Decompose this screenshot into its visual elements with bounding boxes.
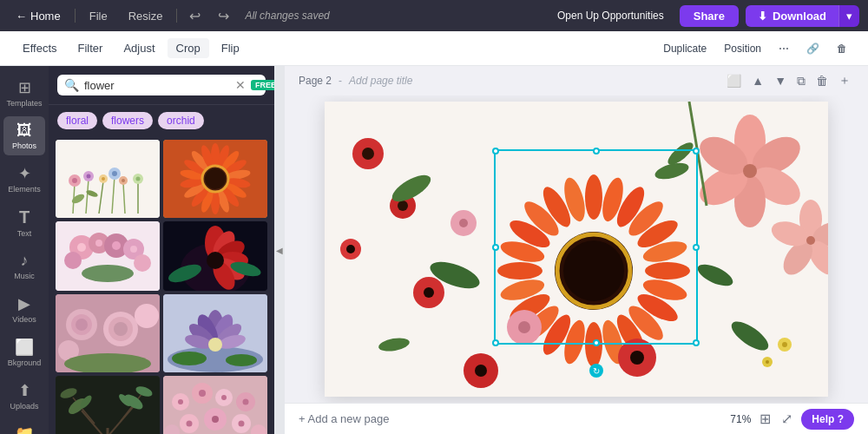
- svg-point-87: [208, 338, 222, 352]
- flip-button[interactable]: Flip: [213, 38, 248, 58]
- photo-item-6[interactable]: [163, 294, 267, 372]
- home-arrow-icon: ←: [16, 10, 27, 23]
- share-button[interactable]: Share: [680, 5, 739, 27]
- folders-icon: 📁: [15, 424, 34, 434]
- page-frame-button[interactable]: ⬜: [723, 71, 745, 90]
- sidebar-item-text[interactable]: T Text: [3, 202, 45, 243]
- grid-view-button[interactable]: ⊞: [758, 409, 773, 429]
- svg-point-186: [518, 321, 530, 333]
- page-header: Page 2 - Add page title ⬜ ▲ ▼ ⧉ 🗑 ＋: [285, 66, 868, 95]
- download-button[interactable]: ⬇ Download: [746, 5, 838, 27]
- saved-status: All changes saved: [245, 10, 329, 22]
- search-clear-button[interactable]: ✕: [235, 78, 246, 92]
- crop-button[interactable]: Crop: [168, 38, 209, 58]
- search-input[interactable]: [84, 79, 230, 92]
- templates-icon: ⊞: [18, 78, 31, 97]
- sidebar-item-photos[interactable]: 🖼 Photos: [3, 116, 45, 155]
- free-badge: FREE: [251, 80, 274, 90]
- tag-floral[interactable]: floral: [57, 112, 97, 129]
- filter-button[interactable]: Filter: [69, 38, 112, 58]
- download-label: Download: [773, 10, 826, 23]
- svg-point-52: [77, 243, 86, 252]
- duplicate-button[interactable]: Duplicate: [656, 39, 713, 58]
- top-nav: ← Home File Resize ↩ ↪ All changes saved…: [0, 0, 868, 31]
- add-page-button[interactable]: + Add a new page: [299, 412, 389, 425]
- sidebar-item-videos[interactable]: ▶ Videos: [3, 289, 45, 329]
- sidebar-item-uploads[interactable]: ⬆ Uploads: [3, 376, 45, 416]
- zoom-percentage: 71%: [730, 413, 751, 425]
- download-arrow-button[interactable]: ▾: [838, 5, 859, 27]
- photo-item-7[interactable]: [56, 376, 160, 434]
- uploads-icon: ⬆: [18, 381, 31, 400]
- main-layout: ⊞ Templates 🖼 Photos ✦ Elements T Text ♪…: [0, 66, 868, 434]
- resize-button[interactable]: Resize: [122, 6, 170, 26]
- position-button[interactable]: Position: [717, 39, 768, 58]
- photo-item-3[interactable]: [56, 221, 160, 291]
- canvas-page[interactable]: ↻: [325, 102, 828, 397]
- link-button[interactable]: 🔗: [799, 39, 826, 58]
- page-up-button[interactable]: ▲: [748, 71, 767, 90]
- dots-button[interactable]: ⋯: [772, 39, 796, 58]
- fullscreen-button[interactable]: ⤢: [779, 409, 794, 429]
- toolbar: Effects Filter Adjust Crop Flip Duplicat…: [0, 31, 868, 66]
- photo-item-4[interactable]: [163, 221, 267, 291]
- svg-point-12: [87, 174, 91, 179]
- adjust-button[interactable]: Adjust: [115, 38, 163, 58]
- svg-point-116: [187, 421, 193, 427]
- videos-icon: ▶: [18, 294, 30, 313]
- page-down-button[interactable]: ▼: [771, 71, 790, 90]
- svg-point-178: [563, 240, 624, 301]
- svg-point-53: [95, 240, 102, 247]
- svg-point-158: [645, 262, 690, 279]
- sidebar-item-elements[interactable]: ✦ Elements: [3, 159, 45, 199]
- svg-point-122: [362, 148, 374, 160]
- collapse-handle[interactable]: ◀: [274, 66, 285, 434]
- page-copy-button[interactable]: ⧉: [793, 71, 809, 90]
- add-title-placeholder[interactable]: Add page title: [349, 75, 412, 87]
- help-button[interactable]: Help ?: [801, 409, 854, 430]
- trash-button[interactable]: 🗑: [830, 39, 854, 58]
- svg-point-152: [585, 174, 602, 220]
- sidebar-item-background[interactable]: ⬜ Bkground: [3, 332, 45, 372]
- sidebar-item-music[interactable]: ♪ Music: [3, 247, 45, 286]
- svg-point-115: [243, 399, 249, 405]
- page-delete-button[interactable]: 🗑: [812, 71, 832, 90]
- tag-flowers[interactable]: flowers: [102, 112, 153, 129]
- sidebar-item-templates[interactable]: ⊞ Templates: [3, 73, 45, 113]
- svg-point-10: [72, 178, 77, 183]
- svg-point-55: [130, 246, 137, 253]
- svg-point-75: [135, 304, 159, 328]
- search-box: 🔍 ✕ FREE: [57, 75, 266, 95]
- photo-item-2[interactable]: [163, 140, 267, 218]
- sidebar-item-folders[interactable]: 📁 Folders: [3, 419, 45, 434]
- page-add-button[interactable]: ＋: [835, 71, 854, 90]
- redo-button[interactable]: ↪: [213, 6, 234, 26]
- canvas-scroll[interactable]: ↻: [285, 95, 868, 403]
- svg-point-170: [497, 262, 542, 279]
- open-opportunities-button[interactable]: Open Up Opportunities: [549, 6, 673, 25]
- photos-icon: 🖼: [16, 122, 32, 140]
- svg-point-56: [82, 265, 134, 282]
- home-button[interactable]: ← Home: [9, 6, 68, 26]
- effects-button[interactable]: Effects: [14, 38, 66, 58]
- svg-point-74: [114, 322, 128, 336]
- svg-point-71: [76, 319, 88, 331]
- collapse-icon: ◀: [276, 246, 283, 255]
- undo-button[interactable]: ↩: [184, 6, 206, 26]
- sidebar-label-templates: Templates: [6, 99, 42, 108]
- svg-point-43: [205, 168, 226, 189]
- file-button[interactable]: File: [82, 6, 115, 26]
- svg-point-14: [102, 177, 105, 181]
- photos-panel: 🔍 ✕ FREE floral flowers orchid: [49, 66, 274, 434]
- photo-item-5[interactable]: [56, 294, 160, 372]
- svg-point-18: [122, 179, 125, 182]
- tag-row: floral flowers orchid: [49, 105, 274, 136]
- svg-point-149: [782, 342, 787, 347]
- photo-item-1[interactable]: [56, 140, 160, 218]
- svg-point-50: [64, 252, 82, 269]
- tag-orchid[interactable]: orchid: [158, 112, 204, 129]
- background-icon: ⬜: [15, 338, 34, 357]
- bottom-bar: + Add a new page 71% ⊞ ⤢ Help ?: [285, 403, 868, 434]
- photo-item-8[interactable]: [163, 376, 267, 434]
- svg-point-54: [112, 241, 121, 250]
